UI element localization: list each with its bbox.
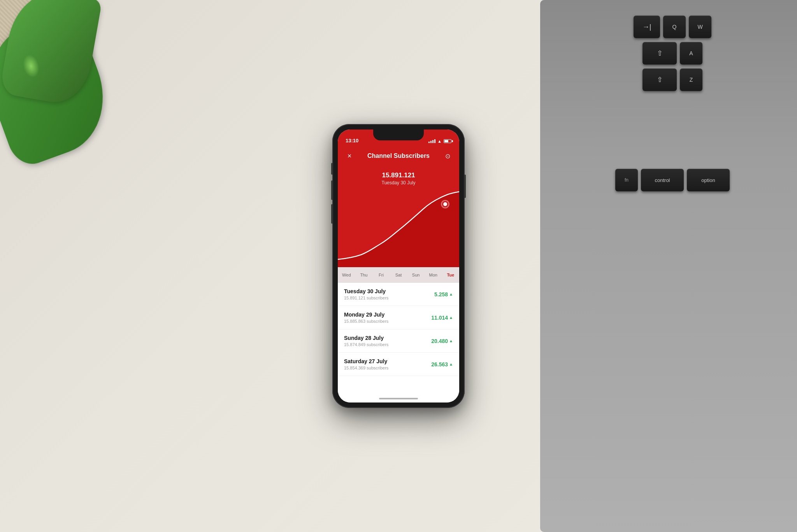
tab-key[interactable]: →| <box>634 16 660 38</box>
stat-item-3[interactable]: Saturday 27 July 15.854.369 subscribers … <box>338 353 459 376</box>
shift-key[interactable]: ⇧ <box>643 68 677 91</box>
stats-list: Tuesday 30 July 15.891.121 subscribers 5… <box>338 283 459 402</box>
status-icons: ▲ <box>428 139 451 144</box>
a-key[interactable]: A <box>680 42 702 65</box>
chart-value: 15.891.121 <box>382 172 416 179</box>
chart-date: Tuesday 30 July <box>382 180 416 186</box>
stat-date-2: Sunday 28 July <box>344 335 431 341</box>
stat-subs-3: 15.854.369 subscribers <box>344 366 431 370</box>
stat-item-0[interactable]: Tuesday 30 July 15.891.121 subscribers 5… <box>338 283 459 306</box>
stat-item-2[interactable]: Sunday 28 July 15.874.849 subscribers 20… <box>338 329 459 353</box>
camera-icon[interactable]: ⊙ <box>442 152 453 160</box>
stat-change-2: 20.480 ▲ <box>431 338 453 344</box>
mute-button <box>331 163 332 175</box>
laptop-body: →| Q W ⇧ A ⇧ <box>540 0 797 532</box>
keyboard-area: →| Q W ⇧ A ⇧ <box>540 0 797 532</box>
day-label-thu: Thu <box>355 273 373 277</box>
stat-info-0: Tuesday 30 July 15.891.121 subscribers <box>344 288 434 300</box>
stat-date-3: Saturday 27 July <box>344 358 431 364</box>
stat-change-3: 26.563 ▲ <box>431 361 453 368</box>
trend-up-icon-2: ▲ <box>449 339 453 343</box>
battery-icon <box>444 139 451 143</box>
power-button <box>465 175 466 198</box>
day-label-wed: Wed <box>338 273 355 277</box>
keyboard-row-3: ⇧ Z <box>552 68 793 91</box>
trend-up-icon-3: ▲ <box>449 362 453 366</box>
trend-up-icon-0: ▲ <box>449 292 453 296</box>
control-key[interactable]: control <box>641 169 684 191</box>
signal-bars <box>428 139 435 143</box>
q-key[interactable]: Q <box>663 16 686 38</box>
stat-date-1: Monday 29 July <box>344 312 431 318</box>
keyboard-row-4: fn control option <box>552 169 793 191</box>
day-label-tue[interactable]: Tue <box>442 273 459 277</box>
stat-info-3: Saturday 27 July 15.854.369 subscribers <box>344 358 431 370</box>
stat-change-1: 11.014 ▲ <box>431 315 453 321</box>
option-key[interactable]: option <box>687 169 730 191</box>
laptop: →| Q W ⇧ A ⇧ <box>540 0 797 532</box>
status-time: 13:10 <box>346 138 358 144</box>
stat-item-1[interactable]: Monday 29 July 15.885.863 subscribers 11… <box>338 306 459 329</box>
app-header: × Channel Subscribers ⊙ <box>338 146 459 166</box>
w-key[interactable]: W <box>689 16 711 38</box>
day-label-mon: Mon <box>425 273 442 277</box>
stat-subs-2: 15.874.849 subscribers <box>344 342 431 347</box>
day-label-sat: Sat <box>390 273 407 277</box>
day-label-sun: Sun <box>407 273 425 277</box>
z-key[interactable]: Z <box>680 68 702 91</box>
trend-up-icon-1: ▲ <box>449 315 453 320</box>
volume-down-button <box>331 204 332 224</box>
wifi-icon: ▲ <box>437 139 442 144</box>
keyboard-row-1: →| Q W <box>552 16 793 38</box>
stat-info-2: Sunday 28 July 15.874.849 subscribers <box>344 335 431 347</box>
close-button[interactable]: × <box>344 152 355 160</box>
chart-graph <box>338 189 459 267</box>
plant-decoration <box>0 0 109 226</box>
stat-info-1: Monday 29 July 15.885.863 subscribers <box>344 312 431 324</box>
volume-up-button <box>331 180 332 200</box>
day-label-fri: Fri <box>372 273 390 277</box>
chart-section: 15.891.121 Tuesday 30 July <box>338 166 459 267</box>
page-title: Channel Subscribers <box>355 152 442 159</box>
phone: 13:10 ▲ × Channel Subscri <box>332 124 465 408</box>
keyboard-row-2: ⇧ A <box>552 42 793 65</box>
phone-screen: 13:10 ▲ × Channel Subscri <box>338 130 459 402</box>
stat-subs-1: 15.885.863 subscribers <box>344 319 431 324</box>
home-indicator[interactable] <box>379 398 418 399</box>
notch <box>373 130 424 140</box>
caps-key[interactable]: ⇧ <box>643 42 677 65</box>
fn-key[interactable]: fn <box>615 169 638 191</box>
stat-date-0: Tuesday 30 July <box>344 288 434 294</box>
chart-tooltip: 15.891.121 Tuesday 30 July <box>382 172 416 186</box>
stat-subs-0: 15.891.121 subscribers <box>344 296 434 300</box>
phone-container: 13:10 ▲ × Channel Subscri <box>332 124 465 408</box>
chart-indicator-dot <box>442 201 448 207</box>
stat-change-0: 5.258 ▲ <box>434 291 453 298</box>
day-labels: Wed Thu Fri Sat Sun Mon Tue <box>338 267 459 283</box>
